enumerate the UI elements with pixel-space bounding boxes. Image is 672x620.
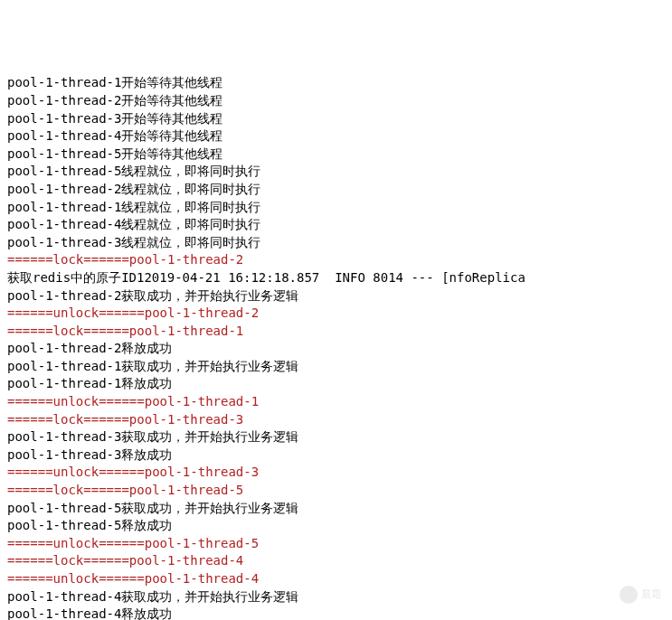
- log-line: 获取redis中的原子ID12019-04-21 16:12:18.857 IN…: [7, 269, 665, 287]
- log-line: pool-1-thread-2线程就位，即将同时执行: [7, 181, 665, 199]
- log-line: ======unlock======pool-1-thread-5: [7, 535, 665, 553]
- log-line: pool-1-thread-2获取成功，并开始执行业务逻辑: [7, 287, 665, 305]
- log-line: pool-1-thread-1获取成功，并开始执行业务逻辑: [7, 358, 665, 376]
- log-line: pool-1-thread-5获取成功，并开始执行业务逻辑: [7, 500, 665, 518]
- log-line: pool-1-thread-1线程就位，即将同时执行: [7, 199, 665, 217]
- log-line: pool-1-thread-4线程就位，即将同时执行: [7, 216, 665, 234]
- log-line: pool-1-thread-4释放成功: [7, 606, 665, 620]
- log-line: ======unlock======pool-1-thread-3: [7, 464, 665, 482]
- log-line: pool-1-thread-1开始等待其他线程: [7, 74, 665, 92]
- console-log-output: pool-1-thread-1开始等待其他线程pool-1-thread-2开始…: [7, 74, 665, 620]
- log-line: pool-1-thread-5线程就位，即将同时执行: [7, 163, 665, 181]
- log-line: pool-1-thread-5释放成功: [7, 517, 665, 535]
- log-line: pool-1-thread-3释放成功: [7, 446, 665, 465]
- log-line: ======lock======pool-1-thread-4: [7, 552, 665, 570]
- log-line: ======unlock======pool-1-thread-1: [7, 393, 665, 411]
- log-line: pool-1-thread-3线程就位，即将同时执行: [7, 234, 665, 252]
- log-line: ======unlock======pool-1-thread-4: [7, 570, 665, 588]
- log-line: pool-1-thread-4开始等待其他线程: [7, 127, 665, 146]
- log-line: pool-1-thread-2释放成功: [7, 340, 665, 358]
- log-line: ======lock======pool-1-thread-3: [7, 411, 665, 429]
- log-line: pool-1-thread-3获取成功，并开始执行业务逻辑: [7, 428, 665, 446]
- log-line: pool-1-thread-1释放成功: [7, 375, 665, 393]
- log-line: ======lock======pool-1-thread-1: [7, 323, 665, 341]
- log-line: pool-1-thread-5开始等待其他线程: [7, 146, 665, 164]
- log-line: pool-1-thread-2开始等待其他线程: [7, 92, 665, 110]
- log-line: pool-1-thread-4获取成功，并开始执行业务逻辑: [7, 588, 665, 606]
- log-line: pool-1-thread-3开始等待其他线程: [7, 110, 665, 128]
- log-line: ======lock======pool-1-thread-2: [7, 251, 665, 269]
- log-line: ======lock======pool-1-thread-5: [7, 482, 665, 500]
- log-line: ======unlock======pool-1-thread-2: [7, 305, 665, 323]
